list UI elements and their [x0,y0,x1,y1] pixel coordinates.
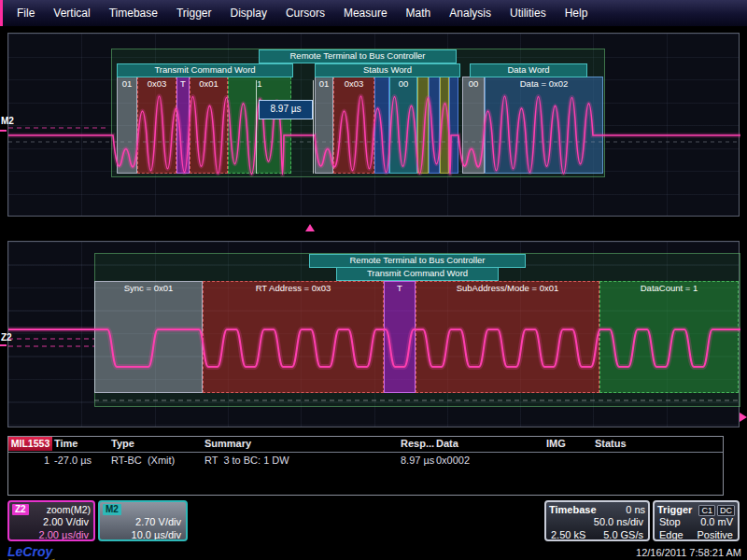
zoom-message-banner: Remote Terminal to Bus Controller [309,254,526,268]
decode-field-status-rtaddr: 0x03 [333,77,374,174]
decode-field-status-flags: 00 [389,77,417,174]
measure-gate-left [256,80,257,174]
decode-field-data-sync: 00 [462,77,485,174]
m2-chip: M2 [103,504,121,515]
trigger-coupling-chip: DC [717,505,735,516]
menu-item-display[interactable]: Display [221,7,276,20]
decode-field-cmd-count: 1 [228,77,291,174]
trigger-position-marker[interactable] [305,224,315,231]
z2-title: zoom(M2) [47,504,91,515]
row-resp: 8.97 µs [401,455,434,466]
m2-descriptor-box[interactable]: M2 2.70 V/div 10.0 µs/div [98,500,188,541]
timebase-title: Timebase [549,504,597,515]
decode-word-banner-data: Data Word [470,63,587,77]
top-waveform-grid[interactable]: Remote Terminal to Bus Controller Transm… [7,33,740,217]
z2-trace-level-tick [0,344,7,346]
col-header-data: Data [436,438,458,449]
menu-item-trigger[interactable]: Trigger [167,7,221,20]
decode-bit-field [429,77,440,174]
decode-field-label: Data = 0x02 [486,78,602,89]
decode-field-label: 0x03 [334,78,374,89]
decode-bit-field [417,77,429,174]
decode-table-badge[interactable]: MIL1553 [8,437,52,451]
trigger-level: 0.0 mV [700,515,733,528]
col-header-status: Status [595,438,627,449]
menu-item-timebase[interactable]: Timebase [100,7,167,20]
decode-field-label: 01 [316,78,332,89]
menu-item-file[interactable]: File [7,7,44,20]
decode-field-label: RT Address = 0x03 [204,283,383,293]
menu-item-math[interactable]: Math [397,7,441,20]
decode-word-banner-command: Transmit Command Word [117,63,293,77]
decode-table: MIL1553 Time Type Summary Resp... Data I… [7,436,724,496]
row-summary: RT 3 to BC: 1 DW [204,455,289,466]
timebase-samples: 2.50 kS [551,528,585,541]
decode-word-banner-status: Status Word [315,63,460,77]
m2-trace-level-tick [0,130,7,132]
z2-descriptor-box[interactable]: Z2 zoom(M2) 2.00 V/div 2.00 µs/div [7,500,95,541]
response-time-readout: 8.97 µs [259,100,313,119]
timebase-edge-arrow [740,413,747,422]
decode-field-label: 00 [463,78,484,89]
col-header-time: Time [54,438,78,449]
zoom-field-datacount: DataCount = 1 [599,281,739,393]
decode-field-label: 0x03 [138,78,176,89]
col-header-type: Type [111,438,134,449]
menu-item-analysis[interactable]: Analysis [440,7,500,20]
timebase-tdiv: 50.0 ns/div [546,515,648,528]
row-index: 1 [35,455,49,466]
z2-chip: Z2 [12,504,29,515]
timebase-descriptor-box[interactable]: Timebase 0 ns 50.0 ns/div 2.50 kS 5.0 GS… [544,500,650,541]
menu-item-measure[interactable]: Measure [334,7,397,20]
decode-field-label: T [177,78,189,89]
col-header-img: IMG [546,438,566,449]
trigger-source-chip: C1 [698,505,715,516]
row-data: 0x0002 [436,455,470,466]
decode-bit-field [440,77,449,174]
zoom-field-rt-address: RT Address = 0x03 [203,281,384,393]
decode-field-data-value: Data = 0x02 [485,77,603,174]
m2-tdiv: 10.0 µs/div [100,528,186,541]
decode-field-label: DataCount = 1 [600,283,738,293]
trigger-slope: Positive [697,528,733,541]
decode-field-label: SubAddress/Mode = 0x01 [416,283,599,293]
menu-accent-bar [0,0,3,26]
decode-bit-field [374,77,389,174]
zoom-field-sync: Sync = 0x01 [94,281,203,393]
decode-message-banner: Remote Terminal to Bus Controller [259,49,457,63]
decode-field-cmd-rtaddr: 0x03 [137,77,176,174]
menu-item-vertical[interactable]: Vertical [44,7,99,20]
menu-item-cursors[interactable]: Cursors [276,7,334,20]
row-time: -27.0 µs [54,455,92,466]
menu-item-utilities[interactable]: Utilities [500,7,556,20]
decode-field-label: 0x01 [190,78,227,89]
col-header-summary: Summary [204,438,251,449]
zoom-field-tr: T [384,281,416,393]
lecroy-logo-swoosh [8,554,55,560]
z2-vdiv: 2.00 V/div [9,515,93,528]
trigger-mode: Stop [659,515,681,528]
measure-gate-right [313,80,314,174]
z2-trace-label: Z2 [1,332,12,343]
row-type: RT-BC (Xmit) [111,455,175,466]
datetime-display: 12/16/2011 7:58:21 AM [636,547,741,558]
trigger-type: Edge [659,528,684,541]
table-header-divider [8,452,723,453]
z2-tdiv: 2.00 µs/div [9,528,93,541]
m2-trace-label: M2 [1,116,14,126]
decode-field-label: Sync = 0x01 [95,283,202,293]
decode-field-label: T [385,283,415,293]
decode-field-cmd-tr: T [176,77,190,174]
zoom-waveform-grid[interactable]: Remote Terminal to Bus Controller Transm… [7,241,740,427]
timebase-offset: 0 ns [626,504,645,515]
trigger-title: Trigger [657,504,692,515]
decode-field-cmd-sync: 01 [117,77,137,174]
trigger-descriptor-box[interactable]: Trigger C1DC Stop 0.0 mV Edge Positive [653,500,740,541]
m2-vdiv: 2.70 V/div [100,515,186,528]
menu-item-help[interactable]: Help [556,7,598,20]
decode-field-label: 1 [229,78,290,89]
col-header-resp: Resp... [401,438,434,449]
decode-field-cmd-subaddr: 0x01 [190,77,228,174]
zoom-field-subaddress: SubAddress/Mode = 0x01 [416,281,599,393]
decode-field-status-sync: 01 [315,77,333,174]
